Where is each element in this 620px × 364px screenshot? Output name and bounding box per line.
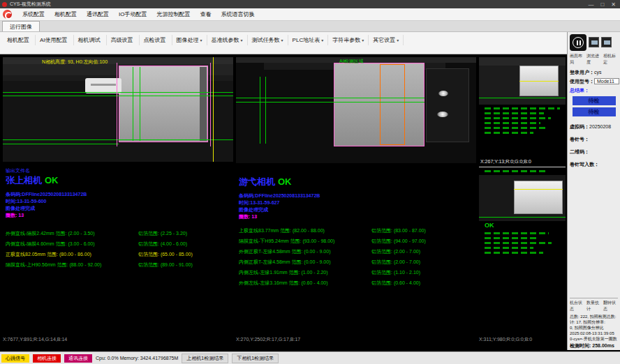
measurement-row: 内侧直线-隔膜4.60mm 范围: (3.00 - 6.00)铝箔范围: (4.… <box>6 241 230 247</box>
aux-view-1-image[interactable] <box>479 57 566 105</box>
measure-line <box>236 98 425 98</box>
aux-views-column: X:267;Y:13;R:0;G:0;B:0 OK <box>479 57 566 336</box>
machine-frame-top <box>479 57 566 66</box>
right-camera-status: OK <box>278 176 292 187</box>
stats-timestamp: 2025:02:08-13:31:39:05 <box>570 331 618 336</box>
toolbar: 相机配置 AI使用配置 相机调试 高级设置 点检设置 图像处理▾ 基准线参数▾ … <box>0 32 567 54</box>
right-image-pixel-coords: X:270,Y:2502;R:17,G:17,B:17 <box>236 337 300 342</box>
menu-light-control-config[interactable]: 光源控制配置 <box>152 8 195 20</box>
menu-io-manual-config[interactable]: IO手动配置 <box>114 8 152 20</box>
mini-tab-layout[interactable]: 画面布局 <box>570 53 584 66</box>
toolbar-camera-debug[interactable]: 相机调试 <box>74 35 107 45</box>
right-camera-info: 游弋相机OK 条码码:DFFline2025020813313472B 时间:1… <box>236 163 476 286</box>
toolbar-baseline-params[interactable]: 基准线参数▾ <box>207 35 248 45</box>
toolbar-camera-config[interactable]: 相机配置 <box>3 35 36 45</box>
stats-line: 总数: 222, 拍照检测总数: <box>570 314 618 319</box>
aux-view-2[interactable]: OK <box>479 170 566 254</box>
qr-code-row: 二维码： <box>570 149 618 156</box>
overlay-text-lines <box>485 242 552 244</box>
ref-line-yellow <box>519 81 559 82</box>
toolbar-test-tasks[interactable]: 测试任务数▾ <box>248 35 288 45</box>
reflection-glint <box>437 112 448 117</box>
menu-system-config[interactable]: 系统配置 <box>17 8 50 20</box>
toolbar-ai-usage-config[interactable]: AI使用配置 <box>36 35 74 45</box>
overlay-text-lines <box>485 112 544 114</box>
toolbar-image-processing[interactable]: 图像处理▾ <box>172 35 207 45</box>
cell-block <box>334 63 425 146</box>
comm-connection-indicator: 通讯连接 <box>64 354 92 363</box>
right-turns-count: 圈数: 13 <box>239 213 473 220</box>
measurement-row: 外侧左线-左缘3.16mm 范围: (0.60 - 4.00)铝箔范围: (0.… <box>239 280 473 286</box>
measurement-row: 隔膜直线-下H95.24mm 范围: (93.00 - 98.00)铝箔范围: … <box>239 238 473 244</box>
login-user-value: cys <box>594 70 602 75</box>
toolbar-other-settings[interactable]: 其它设置▾ <box>369 35 404 45</box>
brand-logo-icon <box>3 10 12 19</box>
stats-tab-flip[interactable]: 翻转状态 <box>603 300 618 312</box>
toolbar-plc-address-table[interactable]: PLC地址表▾ <box>288 35 329 45</box>
stats-line: 0-cys=-开机去除第一圈数 <box>570 336 618 342</box>
tab-strip: 运行图像 <box>0 21 620 32</box>
title-bar: CYS-视觉检测系统 — □ ✕ <box>0 0 620 8</box>
aux-views-divider <box>479 167 566 167</box>
right-measurements: 上极直线83.77mm 范围: (82.00 - 88.00)铝箔范围: (83… <box>239 227 473 286</box>
stats-tab-machine[interactable]: 机台状态 <box>570 300 584 312</box>
ai-region-label: AI检测区域 <box>339 58 364 65</box>
aux-view-1[interactable]: X:267;Y:13;R:0;G:0;B:0 <box>479 57 566 165</box>
left-camera-status: OK <box>45 175 59 185</box>
minimize-button[interactable]: — <box>588 1 593 8</box>
toolbar-string-params[interactable]: 字符串参数▾ <box>328 35 369 45</box>
toolbar-spot-check[interactable]: 点检设置 <box>140 35 172 45</box>
tab-run-image[interactable]: 运行图像 <box>2 21 40 31</box>
image-view-button[interactable] <box>589 37 599 47</box>
pause-button[interactable] <box>570 34 586 51</box>
right-process-status: 图像处理完成 <box>239 206 473 213</box>
menu-comm-config[interactable]: 通讯配置 <box>82 8 114 20</box>
overlay-text-lines <box>485 107 560 109</box>
camera-connection-indicator: 相机连接 <box>33 354 61 363</box>
measure-line <box>236 102 425 103</box>
mini-tab-progress[interactable]: 浏览进度 <box>586 53 601 66</box>
right-barcode: 条码码:DFFline2025020813313472B <box>239 192 473 199</box>
model-select[interactable]: Mode11 <box>594 78 619 84</box>
edge-line-magenta <box>210 63 211 146</box>
left-camera-image[interactable]: N相机高度: 93, H0:左向值:100 <box>3 57 233 162</box>
menu-camera-config[interactable]: 相机配置 <box>50 8 82 20</box>
write-count-row: 卷针写入数： <box>570 161 618 168</box>
left-camera-title: 张上相机OK <box>6 174 230 187</box>
left-image-pixel-coords: X:7677,Y:891;R:14,G:14,B:14 <box>3 337 67 342</box>
overlay-text-lines <box>485 237 539 239</box>
menu-language-switch[interactable]: 系统语言切换 <box>216 8 259 20</box>
machine-frame-top <box>3 57 233 64</box>
left-time: 时间:13-31-59-600 <box>6 198 230 205</box>
spacer <box>570 168 618 298</box>
measurement-row: 外侧直线-隔膜2.42mm 范围: (2.00 - 3.50)铝箔范围: (2.… <box>6 230 230 236</box>
run-controls <box>570 34 618 51</box>
detect-time: 检测时间: 258.00ms <box>570 343 618 349</box>
aux-view-2-status: OK <box>479 221 566 229</box>
right-camera-subtitle <box>239 169 473 174</box>
menu-view[interactable]: 查看 <box>195 8 216 20</box>
heartbeat-indicator: 心跳信号 <box>1 354 29 363</box>
total-result-label: 总结果： <box>570 87 618 94</box>
aux-view-2-image[interactable] <box>479 175 566 221</box>
right-camera-image[interactable]: AI检测区域 <box>236 57 476 163</box>
aux-image-pixel-coords: X:311;Y:980;R:0;G:0;B:0 <box>479 337 532 342</box>
camera-view-button[interactable] <box>601 37 612 47</box>
overlay-text-lines <box>485 117 551 119</box>
maximize-button[interactable]: □ <box>600 1 604 8</box>
close-button[interactable]: ✕ <box>611 1 616 8</box>
right-time: 时间:13-31-59-627 <box>239 199 473 206</box>
mini-tab-calibration[interactable]: 相机标定 <box>603 53 618 66</box>
toolbar-advanced-settings[interactable]: 高级设置 <box>107 35 140 45</box>
model-row: 使用型号：Mode11 <box>570 78 618 85</box>
overlay-text-lines <box>485 247 533 249</box>
left-measurements: 外侧直线-隔膜2.42mm 范围: (2.00 - 3.50)铝箔范围: (2.… <box>6 230 230 268</box>
stats-tab-counts[interactable]: 数量统计 <box>586 300 601 312</box>
measure-vline <box>260 77 260 144</box>
measure-line <box>3 96 233 96</box>
view-mini-tabs: 画面布局 浏览进度 相机标定 <box>570 53 618 66</box>
right-camera-title: 游弋相机OK <box>239 176 473 188</box>
result-box-upper: 待检 <box>573 96 616 105</box>
main-content: N相机高度: 93, H0:左向值:100 输出文件名 张上相机OK 条码码:D… <box>0 54 567 350</box>
ref-line-yellow <box>514 189 563 190</box>
